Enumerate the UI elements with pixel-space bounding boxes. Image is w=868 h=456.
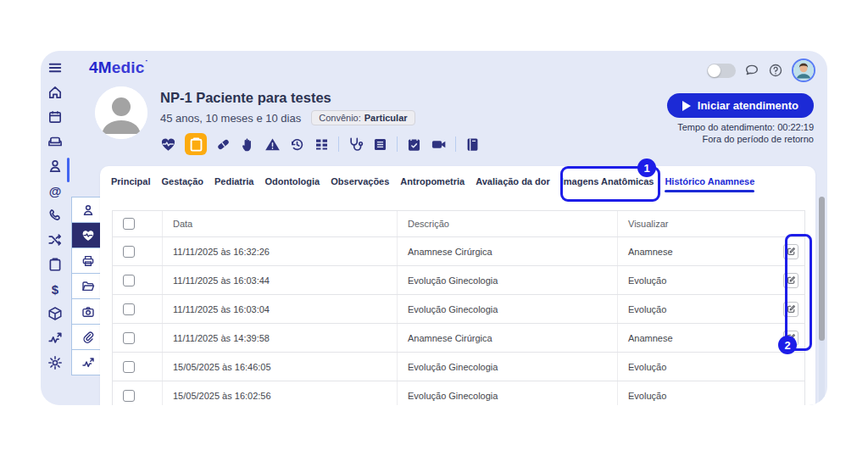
calendar-check-icon[interactable] — [406, 136, 422, 153]
mentions-icon[interactable]: @ — [47, 182, 64, 199]
package-icon[interactable] — [47, 305, 64, 322]
cell-description: Evolução Ginecologia — [397, 381, 617, 405]
tab-avaliacao-da-dor[interactable]: Avaliação da dor — [476, 176, 550, 192]
row-checkbox[interactable] — [123, 332, 135, 344]
row-checkbox[interactable] — [123, 390, 135, 402]
active-nav-indicator — [67, 158, 70, 182]
tab-gestacao[interactable]: Gestação — [161, 176, 203, 192]
patient-icon[interactable] — [47, 158, 64, 175]
warning-icon[interactable] — [264, 136, 281, 153]
home-icon[interactable] — [47, 84, 64, 101]
anamnesis-table: Data Descrição Visualizar 11/11/2025 às … — [112, 210, 805, 405]
edit-icon[interactable] — [783, 302, 798, 317]
column-header-view: Visualizar — [617, 211, 804, 236]
table-scrollbar — [819, 197, 825, 405]
toolbar-divider — [397, 136, 398, 152]
cell-description: Evolução Ginecologia — [397, 353, 617, 381]
phone-icon[interactable] — [47, 207, 64, 224]
tab-principal[interactable]: Principal — [111, 176, 150, 192]
brand-logo: 4Medic˙ — [89, 58, 148, 77]
patient-header: NP-1 Paciente para testes 45 anos, 10 me… — [95, 86, 481, 155]
row-checkbox[interactable] — [123, 361, 135, 373]
column-header-description: Descrição — [397, 211, 617, 236]
clipboard-icon[interactable] — [185, 133, 207, 155]
primary-sidebar: @ $ — [41, 51, 70, 405]
dollar-icon[interactable]: $ — [47, 281, 64, 298]
patient-age: 45 anos, 10 meses e 10 dias — [160, 112, 301, 125]
tab-imagens-anatomicas[interactable]: Imagens Anatômicas — [561, 176, 654, 192]
topbar — [707, 58, 815, 82]
cell-description: Anamnese Cirúrgica — [397, 237, 617, 265]
row-checkbox[interactable] — [123, 303, 135, 315]
cell-date: 11/11/2025 às 14:39:58 — [162, 324, 397, 352]
help-icon[interactable] — [768, 63, 783, 78]
video-icon[interactable] — [431, 136, 447, 153]
select-all-checkbox[interactable] — [123, 218, 135, 230]
heart-pulse-icon[interactable] — [160, 136, 176, 153]
toolbar-divider — [338, 136, 339, 152]
patient-avatar — [95, 86, 147, 139]
cell-view: Evolução — [617, 295, 804, 323]
annotation-badge-2: 2 — [778, 336, 797, 354]
gear-icon[interactable] — [47, 354, 64, 371]
toolbar-divider — [455, 136, 456, 152]
clipboard-icon[interactable] — [47, 256, 64, 273]
table-row: 15/05/2025 às 16:46:05 Evolução Ginecolo… — [113, 352, 804, 381]
row-checkbox[interactable] — [123, 246, 135, 258]
tab-pediatria[interactable]: Pediatria — [214, 176, 253, 192]
attendance-block: Iniciar atendimento Tempo do atendimento… — [667, 93, 814, 144]
cell-description: Evolução Ginecologia — [397, 295, 617, 323]
tab-antropometria[interactable]: Antropometria — [400, 176, 465, 192]
annotation-badge-1: 1 — [637, 158, 656, 177]
cell-description: Evolução Ginecologia — [397, 266, 617, 294]
tab-observacoes[interactable]: Observações — [331, 176, 389, 192]
cell-date: 11/11/2025 às 16:32:26 — [162, 237, 397, 265]
cell-view: Anamnese — [617, 237, 804, 265]
cell-date: 15/05/2025 às 16:02:56 — [162, 381, 397, 405]
table-header-row: Data Descrição Visualizar — [113, 211, 804, 236]
start-attendance-button[interactable]: Iniciar atendimento — [667, 93, 814, 118]
list-icon[interactable] — [372, 136, 388, 153]
attendance-status: Fora do período de retorno — [667, 134, 814, 144]
play-icon — [682, 101, 691, 111]
waiting-room-icon[interactable] — [47, 133, 64, 150]
attendance-timer: Tempo do atendimento: 00:22:19 — [667, 122, 814, 132]
grid-icon[interactable] — [314, 136, 330, 153]
edit-icon[interactable] — [783, 273, 798, 288]
table-row: 11/11/2025 às 16:03:44 Evolução Ginecolo… — [113, 265, 804, 294]
edit-icon[interactable] — [783, 244, 798, 259]
book-icon[interactable] — [465, 136, 481, 153]
cell-view: Evolução — [617, 353, 804, 381]
menu-icon[interactable] — [47, 59, 64, 76]
cell-view: Evolução — [617, 381, 804, 405]
insurance-badge: Convênio:Particular — [311, 110, 415, 125]
brand-mark: ˙ — [145, 58, 148, 70]
table-row: 11/11/2025 às 14:39:58 Anamnese Cirúrgic… — [113, 323, 804, 352]
user-avatar[interactable] — [792, 58, 815, 82]
cell-date: 15/05/2025 às 16:46:05 — [162, 353, 397, 381]
table-row: 15/05/2025 às 16:02:56 Evolução Ginecolo… — [113, 381, 804, 405]
cell-description: Anamnese Cirúrgica — [397, 324, 617, 352]
theme-toggle[interactable] — [707, 64, 736, 78]
scrollbar-thumb[interactable] — [819, 197, 825, 341]
shuffle-icon[interactable] — [47, 231, 64, 248]
stethoscope-icon[interactable] — [348, 136, 364, 153]
hand-icon[interactable] — [240, 136, 256, 153]
pulse-chart-icon[interactable] — [47, 330, 64, 347]
patient-toolbar — [160, 133, 481, 155]
app-panel: @ $ 4Medic˙ — [41, 51, 827, 405]
pill-icon[interactable] — [215, 136, 231, 153]
cell-view: Anamnese — [617, 324, 804, 352]
cell-date: 11/11/2025 às 16:03:44 — [162, 266, 397, 294]
chat-icon[interactable] — [744, 63, 760, 78]
calendar-icon[interactable] — [47, 108, 64, 125]
tab-odontologia[interactable]: Odontologia — [264, 176, 320, 192]
table-row: 11/11/2025 às 16:32:26 Anamnese Cirúrgic… — [113, 236, 804, 265]
page: @ $ 4Medic˙ — [0, 0, 868, 456]
tab-historico-anamnese[interactable]: Histórico Anamnese — [665, 176, 754, 192]
cell-view: Evolução — [617, 266, 804, 294]
row-checkbox[interactable] — [123, 275, 135, 286]
content-card: Principal Gestação Pediatria Odontologia… — [100, 166, 815, 405]
history-icon[interactable] — [289, 136, 305, 153]
table-row: 11/11/2025 às 16:03:04 Evolução Ginecolo… — [113, 294, 804, 323]
